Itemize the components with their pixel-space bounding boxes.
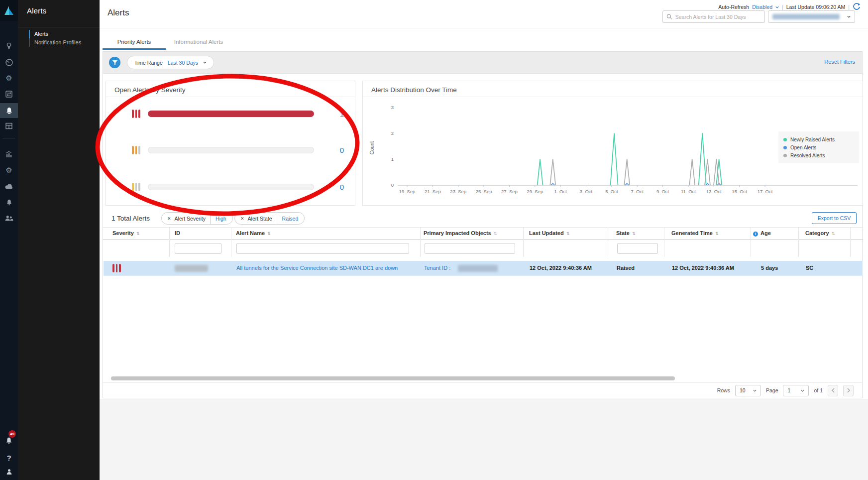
svg-text:19. Sep: 19. Sep [399,189,416,194]
pagination-divider [103,382,862,383]
remove-chip-icon[interactable]: ✕ [235,216,248,221]
dashboard-icon[interactable] [0,55,18,70]
sort-icon[interactable]: ⇅ [267,231,271,236]
tenant-selector-dropdown[interactable] [768,10,855,23]
col-category[interactable]: Category⇅ [805,230,835,236]
legend-item[interactable]: Open Alerts [783,143,854,151]
legend-item[interactable]: Resolved Alerts [783,151,854,159]
rows-per-page-select[interactable]: 10 [735,385,761,396]
users-icon[interactable] [0,211,18,226]
refresh-icon[interactable] [853,3,861,11]
sidebar-item-notification-profiles[interactable]: Notification Profiles [29,38,94,47]
next-page-button[interactable] [843,385,854,396]
svg-text:15. Oct: 15. Oct [732,189,747,194]
content-panel: Time Range Last 30 Days Reset Filters Op… [103,51,863,398]
severity-row-medium[interactable]: 0 [106,146,355,155]
col-state[interactable]: State⇅ [616,230,636,236]
state-filter-input[interactable] [617,243,658,254]
col-last-updated[interactable]: Last Updated⇅ [529,230,570,236]
help-icon[interactable]: ? [0,450,18,465]
tab-informational-alerts[interactable]: Informational Alerts [171,39,226,49]
prev-page-button[interactable] [828,385,838,396]
chevron-down-icon [753,389,757,392]
tenant-name-redacted [772,14,840,19]
sort-icon[interactable]: ⇅ [832,231,835,236]
lightbulb-icon[interactable] [0,38,18,53]
col-severity[interactable]: Severity⇅ [112,230,140,236]
rail-divider [2,138,15,138]
sort-icon[interactable]: ⇅ [136,231,140,236]
sort-icon[interactable]: ⇅ [715,231,719,236]
user-profile-icon[interactable] [0,464,18,479]
remove-chip-icon[interactable]: ✕ [162,216,175,221]
gear-icon[interactable]: ⚙ [0,163,18,178]
info-icon[interactable]: i [753,232,758,237]
chevron-down-icon[interactable] [775,5,779,9]
row-id-redacted [175,265,208,272]
chevron-down-icon [203,61,207,64]
auto-refresh-value[interactable]: Disabled [752,4,772,10]
row-last-updated: 12 Oct, 2022 9:40:36 AM [530,265,592,271]
alert-name-filter-input[interactable] [236,243,409,254]
page-background [100,399,868,480]
active-tab-underline [103,48,166,50]
svg-text:1: 1 [391,156,394,162]
bell-icon[interactable] [0,195,18,210]
severity-row-high[interactable]: 1 [106,110,355,119]
reset-filters-link[interactable]: Reset Filters [824,59,855,65]
filter-funnel-button[interactable] [109,57,120,68]
sort-icon[interactable]: ⇅ [566,231,570,236]
filter-chip-alert-state[interactable]: ✕ Alert State Raised [234,212,305,225]
cloud-icon[interactable] [0,179,18,194]
row-alert-name-link[interactable]: All tunnels for the Service Connection s… [236,265,398,271]
severity-medium-count: 0 [329,146,344,154]
alerts-search [662,10,765,23]
severity-row-low[interactable]: 0 [106,183,355,192]
export-to-csv-button[interactable]: Export to CSV [812,212,857,224]
logo-icon [3,4,15,16]
sidebar-item-alerts[interactable]: Alerts [29,30,94,38]
svg-text:9. Oct: 9. Oct [656,189,669,194]
svg-text:3. Oct: 3. Oct [580,189,593,194]
svg-text:0: 0 [391,182,394,188]
header-divider [100,28,868,28]
svg-text:27. Sep: 27. Sep [501,189,518,194]
col-primary-impacted[interactable]: Primary Impacted Objects⇅ [424,230,497,236]
col-id[interactable]: ID [175,230,180,236]
layout-icon[interactable] [0,119,18,133]
gear-icon[interactable]: ⚙ [0,71,18,86]
legend-dot [783,154,787,157]
alert-table-row[interactable]: All tunnels for the Service Connection s… [104,261,863,276]
filter-chip-alert-severity[interactable]: ✕ Alert Severity High [161,212,233,225]
scrollbar-thumb[interactable] [111,376,675,380]
analytics-icon[interactable] [0,147,18,162]
sort-icon[interactable]: ⇅ [494,231,497,236]
primary-impacted-filter-input[interactable] [425,243,515,254]
svg-text:13. Oct: 13. Oct [706,189,722,194]
severity-low-count: 0 [329,183,344,191]
row-impacted-prefix[interactable]: Tenant ID : [424,265,450,271]
table-filter-row [103,240,863,257]
swap-settings-icon[interactable] [0,87,18,102]
tab-priority-alerts[interactable]: Priority Alerts [103,39,166,49]
app-logo[interactable] [0,0,18,21]
time-range-label: Time Range [134,60,163,66]
col-alert-name[interactable]: Alert Name⇅ [236,230,271,236]
time-range-filter[interactable]: Time Range Last 30 Days [127,56,214,69]
col-age[interactable]: iAge [753,230,771,237]
svg-text:5. Oct: 5. Oct [605,189,618,194]
search-input[interactable] [675,14,761,20]
notifications-bell-icon[interactable]: 49 [0,433,18,448]
page-select[interactable]: 1 [783,385,809,396]
time-range-value: Last 30 Days [168,60,198,66]
sort-icon[interactable]: ⇅ [632,231,636,236]
svg-text:11. Oct: 11. Oct [681,189,696,194]
svg-text:1. Oct: 1. Oct [554,189,567,194]
legend-item[interactable]: Newly Raised Alerts [783,135,854,143]
svg-text:29. Sep: 29. Sep [527,189,543,194]
id-filter-input[interactable] [175,243,221,254]
col-generated-time[interactable]: Generated Time⇅ [671,230,719,236]
severity-high-count: 1 [329,110,344,118]
open-alerts-by-severity-card: Open Alerts By Severity 1 0 0 [106,81,355,206]
alerts-bell-icon[interactable] [0,103,18,118]
